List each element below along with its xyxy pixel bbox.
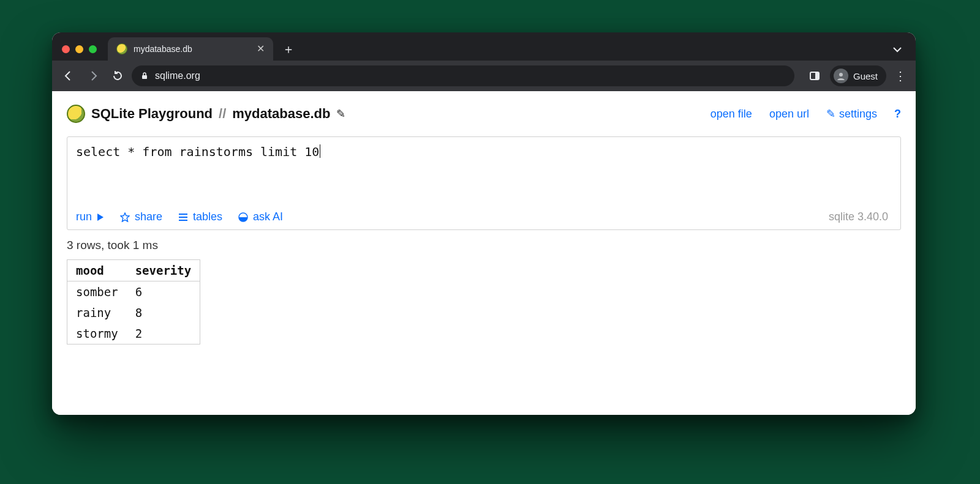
ask-ai-label: ask AI	[253, 210, 283, 223]
address-bar[interactable]: sqlime.org	[132, 65, 794, 86]
window-controls	[62, 45, 97, 53]
query-editor[interactable]: select * from rainstorms limit 10	[67, 137, 900, 204]
tab-favicon-icon	[116, 43, 127, 54]
browser-menu-button[interactable]: ⋮	[891, 69, 910, 83]
title-separator: //	[213, 106, 232, 122]
app-title: SQLite Playground	[91, 106, 213, 122]
forward-button[interactable]	[83, 65, 104, 86]
tab-title: mydatabase.db	[134, 44, 251, 54]
avatar-icon	[834, 69, 848, 83]
tabstrip: mydatabase.db ✕ ＋	[52, 32, 916, 61]
table-row: stormy 2	[67, 323, 200, 344]
new-tab-button[interactable]: ＋	[279, 40, 298, 58]
column-header: mood	[67, 260, 127, 281]
play-icon	[97, 213, 104, 222]
cell: rainy	[67, 302, 127, 323]
column-header: severity	[127, 260, 200, 281]
star-icon	[120, 212, 130, 222]
close-window-button[interactable]	[62, 45, 70, 53]
list-icon	[178, 213, 188, 222]
svg-rect-2	[815, 72, 819, 80]
cell: stormy	[67, 323, 127, 344]
run-label: run	[76, 210, 92, 223]
back-button[interactable]	[58, 65, 79, 86]
editor-toolbar: run share tables ask AI	[67, 204, 900, 229]
page-content: SQLite Playground // mydatabase.db ✎ ope…	[52, 91, 916, 415]
link-icon: ✎	[826, 107, 835, 121]
side-panel-button[interactable]	[804, 65, 825, 86]
query-text: select * from rainstorms limit 10	[76, 144, 319, 159]
tabs-dropdown-button[interactable]	[892, 45, 902, 54]
query-status: 3 rows, took 1 ms	[67, 239, 901, 252]
browser-toolbar: sqlime.org Guest ⋮	[52, 61, 916, 91]
profile-button[interactable]: Guest	[830, 65, 886, 86]
url-text: sqlime.org	[155, 70, 200, 81]
share-label: share	[135, 210, 162, 223]
table-row: somber 6	[67, 281, 200, 303]
sqlite-version: sqlite 3.40.0	[829, 210, 892, 223]
run-button[interactable]: run	[76, 210, 104, 223]
rename-db-button[interactable]: ✎	[336, 107, 345, 121]
header-links: open file open url ✎ settings ?	[710, 107, 901, 121]
table-row: rainy 8	[67, 302, 200, 323]
tables-button[interactable]: tables	[178, 210, 222, 223]
maximize-window-button[interactable]	[89, 45, 97, 53]
cell: 8	[127, 302, 200, 323]
open-url-link[interactable]: open url	[769, 108, 809, 121]
browser-chrome: mydatabase.db ✕ ＋	[52, 32, 916, 91]
page-header: SQLite Playground // mydatabase.db ✎ ope…	[67, 105, 901, 123]
ask-ai-button[interactable]: ask AI	[238, 210, 283, 223]
cell: 2	[127, 323, 200, 344]
minimize-window-button[interactable]	[75, 45, 83, 53]
svg-rect-0	[142, 75, 147, 79]
help-link[interactable]: ?	[894, 108, 901, 121]
settings-link[interactable]: ✎ settings	[826, 107, 877, 121]
profile-label: Guest	[853, 71, 878, 81]
result-table: mood severity somber 6 rainy 8 stormy	[67, 259, 200, 344]
open-file-link[interactable]: open file	[710, 108, 752, 121]
browser-window: mydatabase.db ✕ ＋	[52, 32, 916, 415]
reload-button[interactable]	[107, 65, 128, 86]
settings-link-label: settings	[839, 108, 877, 121]
cell: 6	[127, 281, 200, 303]
cell: somber	[67, 281, 127, 303]
browser-tab[interactable]: mydatabase.db ✕	[108, 37, 273, 61]
globe-icon	[238, 212, 248, 222]
query-editor-panel: select * from rainstorms limit 10 run sh…	[67, 136, 901, 230]
tables-label: tables	[193, 210, 222, 223]
database-name: mydatabase.db	[232, 106, 330, 122]
lock-icon	[140, 72, 149, 80]
app-logo-icon	[67, 105, 85, 123]
svg-point-3	[839, 73, 843, 76]
table-header-row: mood severity	[67, 260, 200, 281]
close-tab-button[interactable]: ✕	[257, 44, 265, 54]
text-caret	[320, 144, 320, 158]
share-button[interactable]: share	[120, 210, 162, 223]
